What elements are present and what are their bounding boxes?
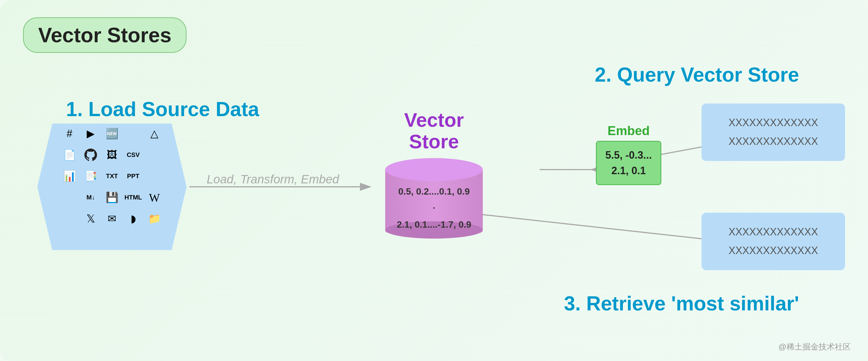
doc-icon: 📄: [61, 146, 78, 164]
twitter-icon: 𝕏: [82, 210, 99, 227]
title-text: Vector Stores: [38, 24, 172, 47]
github-icon: [82, 146, 99, 164]
wiki-icon: W: [146, 189, 163, 206]
step2-label: 2. Query Vector Store: [595, 63, 799, 86]
source-icons-grid: # ▶ 🆕 △ 📄 🖼 CSV 📊 📑 TXT PPT M↓ 💾 HTML: [55, 119, 169, 254]
spacer6: [61, 231, 78, 249]
svg-line-5: [465, 213, 726, 242]
csv-icon: CSV: [125, 146, 142, 164]
markdown-icon: M↓: [82, 189, 99, 206]
txt-icon: TXT: [103, 168, 121, 185]
discord-icon: 🆕: [103, 125, 121, 142]
folder-icon: 📁: [146, 210, 163, 227]
cylinder-top: [385, 158, 483, 181]
embed-label: Embed: [608, 123, 650, 138]
main-container: Vector Stores 1. Load Source Data 2. Que…: [0, 0, 868, 361]
query-box-top: XXXXXXXXXXXXX XXXXXXXXXXXXX: [702, 104, 845, 161]
vector-store-label: Vector Store: [404, 109, 464, 152]
spacer1: [125, 125, 142, 142]
excel-icon: 📊: [61, 168, 78, 185]
doc2-icon: 📑: [82, 168, 99, 185]
youtube-icon: ▶: [82, 125, 99, 142]
spacer4: [61, 189, 78, 206]
spacer2: [146, 146, 163, 164]
watermark: @稀土掘金技术社区: [778, 341, 851, 352]
embed-container: Embed 5.5, -0.3... 2.1, 0.1: [596, 123, 661, 185]
step3-label: 3. Retrieve 'most similar': [564, 292, 799, 315]
email-icon: ✉: [103, 210, 121, 227]
image-icon: 🖼: [103, 146, 121, 164]
query-text-bottom: XXXXXXXXXXXXX XXXXXXXXXXXXX: [728, 223, 818, 260]
source-data-box: # ▶ 🆕 △ 📄 🖼 CSV 📊 📑 TXT PPT M↓ 💾 HTML: [37, 123, 187, 250]
embed-box: 5.5, -0.3... 2.1, 0.1: [596, 141, 661, 185]
html-icon: HTML: [125, 189, 142, 206]
spacer3: [146, 168, 163, 185]
web-icon: ◗: [125, 210, 142, 227]
cylinder-text: 0.5, 0.2....0.1, 0.9 · 2.1, 0.1....-1.7,…: [397, 184, 471, 233]
query-box-bottom: XXXXXXXXXXXXX XXXXXXXXXXXXX: [702, 213, 845, 270]
code-icon: 💾: [103, 189, 121, 206]
arrow-label: Load, Transform, Embed: [207, 172, 339, 186]
step1-label: 1. Load Source Data: [66, 98, 259, 121]
title-badge: Vector Stores: [23, 17, 187, 53]
spacer5: [61, 210, 78, 227]
ppt-icon: PPT: [125, 168, 142, 185]
notion-icon: △: [146, 125, 163, 142]
slack-icon: #: [61, 125, 78, 142]
vector-store-container: Vector Store 0.5, 0.2....0.1, 0.9 · 2.1,…: [385, 109, 483, 239]
cylinder: 0.5, 0.2....0.1, 0.9 · 2.1, 0.1....-1.7,…: [385, 158, 483, 239]
query-text-top: XXXXXXXXXXXXX XXXXXXXXXXXXX: [728, 114, 818, 151]
